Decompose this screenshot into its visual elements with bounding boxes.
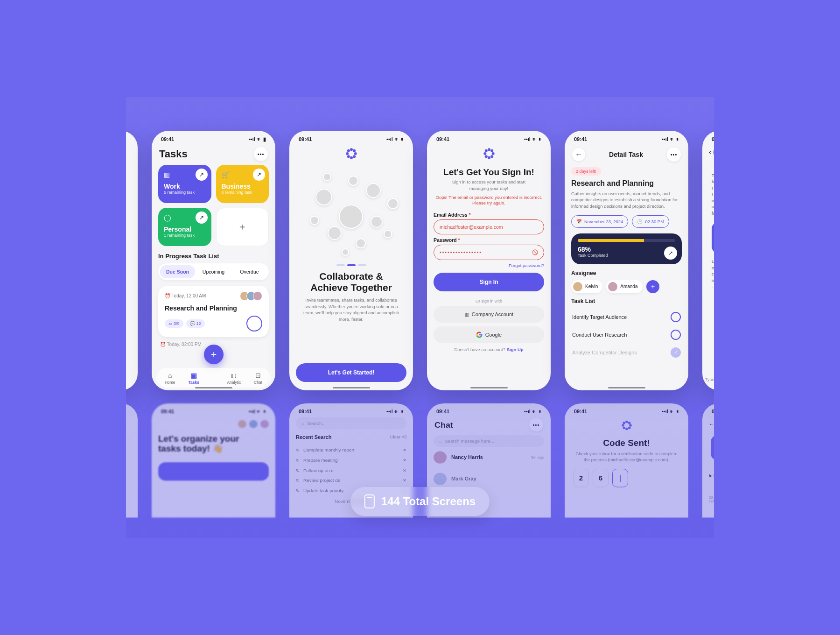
svg-point-4	[347, 149, 350, 152]
calendar-icon: 📅	[576, 219, 582, 224]
tab-upcoming[interactable]: Upcoming	[196, 265, 231, 278]
page-title: Detail Task	[609, 151, 643, 158]
add-assignee-button[interactable]: ＋	[646, 280, 659, 293]
tab-overdue[interactable]: Overdue	[232, 265, 267, 278]
code-sent-sub: Check your inbox for a verification code…	[575, 451, 678, 463]
svg-point-22	[623, 426, 625, 429]
date-chip[interactable]: 📅November 23, 2024	[571, 215, 628, 228]
screen2-partial	[126, 403, 138, 517]
code-digit[interactable]: 2	[573, 469, 589, 487]
checkbox-checked[interactable]: ✓	[671, 347, 681, 358]
eye-off-icon[interactable]: 🚫	[532, 249, 538, 255]
task-time: Today, 12:00 AM	[172, 293, 206, 298]
chat-snippet: Thanksfolder. II think nunsureformatt	[709, 173, 714, 217]
onboarding-body: Invite teammates, share tasks, and colla…	[301, 297, 402, 323]
nav-home[interactable]: ⌂Home	[165, 372, 175, 385]
fab-add[interactable]: ＋	[204, 345, 224, 364]
search-input[interactable]: ⌕Search...	[296, 417, 406, 429]
screen-onboarding: 09:41••ıl ᯤ ▮ Collaborate &Achieve Toget…	[289, 131, 413, 390]
progress-card[interactable]: 68% Task Completed ↗	[571, 233, 682, 264]
search-input[interactable]: ⌕Search message here...	[434, 435, 544, 446]
category-add[interactable]: ＋	[216, 208, 269, 246]
recent-item[interactable]: ↻Review project de✕	[296, 475, 406, 486]
avatar	[384, 230, 392, 238]
signup-footer: Doesn't have an account? Sign Up	[434, 347, 544, 352]
task-item[interactable]: Conduct User Research	[571, 326, 682, 344]
task-card[interactable]: ⏰ Today, 12:00 AM Research and Planning …	[158, 286, 269, 337]
clear-all-link[interactable]: Clear All	[390, 434, 406, 439]
home-indicator	[470, 387, 508, 388]
forgot-password-link[interactable]: Forgot password?	[434, 263, 544, 268]
category-sub: 5 remaining task	[164, 190, 206, 195]
phone-icon	[364, 494, 375, 508]
task-headline: Research and Planning	[571, 179, 682, 188]
signup-link[interactable]: Sign Up	[507, 347, 524, 352]
email-field[interactable]: michaelfoster@example.com	[434, 219, 544, 234]
filter-tabs: Due Soon Upcoming Overdue	[158, 263, 269, 280]
progress-percent: 68%	[578, 246, 675, 253]
arrow-icon: ↗	[196, 212, 208, 224]
page-title: Tasks	[159, 148, 188, 160]
logo-icon	[621, 420, 632, 430]
back-button[interactable]: ←	[572, 148, 585, 161]
back-icon[interactable]: ←	[709, 421, 714, 427]
category-work[interactable]: ↗ ▥ Work 5 remaining task	[158, 165, 211, 203]
back-icon[interactable]: ‹	[709, 148, 711, 156]
chat-list-item[interactable]: Mark Gray	[434, 468, 544, 489]
nav-tasks[interactable]: ▣Tasks	[188, 372, 199, 385]
avatar	[253, 291, 262, 301]
arrow-icon: ↗	[664, 247, 677, 260]
nav-analytic[interactable]: ⫾⫾Analytic	[227, 372, 241, 385]
nav-chat[interactable]: ⊡Chat	[254, 372, 262, 385]
cart-icon: 🛒	[222, 171, 230, 178]
category-business[interactable]: ↗ 🛒 Business 8 remaining task	[216, 165, 269, 203]
assignee-chip[interactable]: Amanda	[606, 280, 642, 293]
tab-due-soon[interactable]: Due Soon	[160, 265, 195, 278]
get-started-button[interactable]: Let's Get Started!	[296, 363, 406, 382]
building-icon: ▥	[464, 311, 469, 318]
chat-list-item[interactable]: Nancy Harris3m ago	[434, 447, 544, 468]
password-label: Password *	[434, 237, 544, 243]
svg-point-7	[353, 155, 356, 158]
svg-point-11	[491, 152, 494, 155]
company-account-button[interactable]: ▥Company Account	[434, 306, 544, 323]
recent-item[interactable]: ↻Complete monthly report✕	[296, 445, 406, 455]
checkbox[interactable]	[671, 330, 681, 340]
logo-icon	[345, 148, 357, 160]
signin-headline: Let's Get You Sign In!	[434, 167, 544, 177]
avatar	[608, 282, 617, 291]
checkbox[interactable]	[671, 312, 681, 322]
section-label: In Pro	[709, 473, 714, 478]
status-time: 09:41	[161, 136, 174, 142]
recent-item[interactable]: ↻Prepare meeting✕	[296, 455, 406, 465]
code-digit[interactable]: 6	[593, 469, 609, 487]
email-label: Email Address *	[434, 212, 544, 218]
code-digit-active[interactable]: |	[612, 469, 628, 487]
subtask-chip: ☲ 3/9	[165, 319, 183, 328]
message-input-placeholder[interactable]: Type he	[705, 377, 714, 382]
category-personal[interactable]: ↗ ◯ Personal 1 remaining task	[158, 208, 211, 246]
time-chip[interactable]: 🕒02:30 PM	[632, 215, 669, 228]
signin-button[interactable]: Sign In	[434, 273, 544, 291]
more-button[interactable]: •••	[667, 148, 681, 162]
task-item[interactable]: Identify Target Audience	[571, 308, 682, 326]
arrow-icon: ↗	[253, 169, 265, 181]
screen2-code-sent: 09:41••ıl ᯤ ▮ Code Sent! Check your inbo…	[565, 403, 688, 517]
page-title: Chat	[434, 420, 453, 430]
more-button[interactable]: •••	[529, 418, 543, 431]
status-bar: 09:41 ••ıl ᯤ ▮	[158, 134, 269, 146]
assignee-chip[interactable]: Kelvin	[571, 280, 602, 293]
google-button[interactable]: Google	[434, 326, 544, 343]
close-icon[interactable]: ✕	[403, 468, 406, 473]
avatar	[387, 198, 399, 209]
list-icon: ☲	[168, 321, 172, 326]
close-icon[interactable]: ✕	[403, 458, 406, 462]
tasklist-heading: Task List	[571, 298, 682, 304]
more-button[interactable]: •••	[254, 147, 268, 161]
close-icon[interactable]: ✕	[403, 447, 406, 452]
recent-item[interactable]: ↻Follow up on c✕	[296, 465, 406, 475]
close-icon[interactable]: ✕	[403, 478, 406, 482]
task-item[interactable]: Analyze Competitor Designs✓	[571, 344, 682, 361]
password-field[interactable]: •••••••••••••••• 🚫	[434, 245, 544, 260]
svg-point-21	[628, 422, 630, 424]
